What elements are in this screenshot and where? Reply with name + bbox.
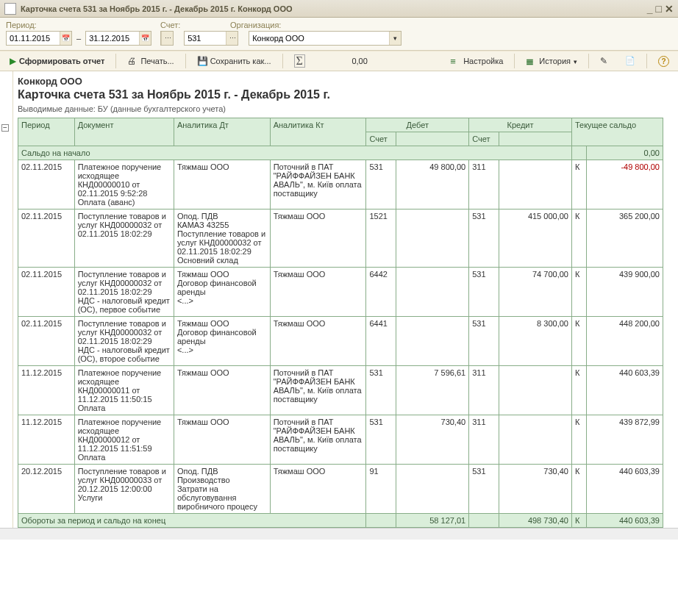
cell-balance: 448 200,00 [587,317,663,366]
dash: – [76,34,81,43]
cell-period: 20.12.2015 [18,465,75,514]
sum-button[interactable]: Σ [289,53,310,69]
col-document[interactable]: Документ [74,118,174,146]
cell-analytic-dt: Тяжмаш ООО Договор финансовой аренды <..… [174,268,270,317]
report-area: − Конкорд ООО Карточка счета 531 за Нояб… [0,71,678,528]
params-bar: Период: Счет: Организация: 📅 – 📅 [0,18,678,51]
org-input[interactable] [249,32,389,44]
col-period[interactable]: Период [18,118,75,146]
report-title: Карточка счета 531 за Ноябрь 2015 г. - Д… [18,88,678,101]
cell-credit-acct: 311 [469,160,499,209]
account-field[interactable] [184,31,238,46]
period-label: Период: [6,21,160,29]
date-to-field[interactable]: 📅 [85,31,151,46]
col-debit-acct[interactable]: Счет [366,132,396,146]
tool-button[interactable] [595,53,615,69]
col-debit[interactable]: Дебет [366,118,469,132]
cell-balance-flag: К [571,415,586,465]
cell-debit-acct: 6441 [366,317,396,366]
cell-analytic-dt: Тяжмаш ООО [174,415,270,465]
cell-balance-flag: К [571,268,586,317]
cell-balance-flag: К [571,209,586,268]
cell-document: Платежное поручение исходящее КНД0000001… [74,415,174,465]
help-button[interactable] [653,53,674,69]
calendar-icon[interactable]: 📅 [139,32,151,45]
minimize-button[interactable]: _ [647,4,653,14]
cell-analytic-dt: Опод. ПДВ Производство Затрати на обслуг… [174,465,270,514]
date-from-input[interactable] [7,32,60,44]
cell-debit-acct: 91 [366,465,396,514]
table-row[interactable]: 02.11.2015Платежное поручение исходящее … [18,160,663,209]
col-balance[interactable]: Текущее сальдо [571,118,663,146]
calendar-icon[interactable]: 📅 [60,32,71,45]
ellipsis-icon[interactable] [226,32,238,45]
cell-document: Поступление товаров и услуг КНД00000033 … [74,465,174,514]
cell-balance: 440 603,39 [587,366,663,415]
totals-balance: 440 603,39 [587,514,663,528]
col-debit-amt[interactable] [396,132,468,146]
app-icon [4,3,16,15]
table-row[interactable]: 11.12.2015Платежное поручение исходящее … [18,415,663,465]
tool-button-2[interactable]: 📄 [620,53,640,69]
close-button[interactable]: ✕ [665,4,674,14]
cell-balance-flag: К [571,366,586,415]
maximize-button[interactable]: □ [656,4,662,14]
opening-balance-row[interactable]: Сальдо на начало 0,00 [18,146,663,160]
col-credit[interactable]: Кредит [469,118,572,132]
totals-flag: К [571,514,586,528]
save-as-button[interactable]: Сохранить как... [192,53,276,69]
col-akt[interactable]: Аналитика Кт [270,118,366,146]
window: Карточка счета 531 за Ноябрь 2015 г. - Д… [0,0,678,540]
table-row[interactable]: 02.11.2015Поступление товаров и услуг КН… [18,268,663,317]
cell-balance: 365 200,00 [587,209,663,268]
totals-row[interactable]: Обороты за период и сальдо на конец 58 1… [18,514,663,528]
cell-document: Поступление товаров и услуг КНД00000032 … [74,317,174,366]
separator [588,54,589,68]
cell-credit-amt: 415 000,00 [499,209,571,268]
form-report-button[interactable]: ▶ Сформировать отчет [4,53,110,69]
settings-label: Настройка [463,57,503,65]
titlebar: Карточка счета 531 за Ноябрь 2015 г. - Д… [0,0,678,18]
print-label: Печать... [140,57,174,65]
table-row[interactable]: 02.11.2015Поступление товаров и услуг КН… [18,317,663,366]
save-label: Сохранить как... [210,57,271,65]
form-report-label: Сформировать отчет [19,57,104,65]
table-row[interactable]: 20.12.2015Поступление товаров и услуг КН… [18,465,663,514]
period-picker-button[interactable] [160,31,174,46]
table-row[interactable]: 02.11.2015Поступление товаров и услуг КН… [18,209,663,268]
cell-analytic-kt: Поточний в ПАТ "РАЙФФАЙЗЕН БАНК АВАЛЬ", … [270,160,366,209]
table-header-row: Период Документ Аналитика Дт Аналитика К… [18,118,663,132]
chevron-down-icon[interactable] [389,32,401,45]
totals-debit: 58 127,01 [396,514,468,528]
cell-credit-amt [499,160,571,209]
settings-button[interactable]: Настройка [445,53,508,69]
org-field[interactable] [249,31,402,46]
cell-debit-amt: 49 800,00 [396,160,468,209]
cell-credit-amt: 730,40 [499,465,571,514]
col-credit-amt[interactable] [499,132,571,146]
history-label: История [539,57,571,65]
cell-debit-amt [396,465,468,514]
cell-debit-acct: 531 [366,366,396,415]
cell-balance-flag: К [571,317,586,366]
cell-period: 02.11.2015 [18,160,75,209]
cell-analytic-dt: Тяжмаш ООО [174,366,270,415]
history-button[interactable]: История [521,53,582,69]
table-row[interactable]: 11.12.2015Платежное поручение исходящее … [18,366,663,415]
horizontal-scrollbar[interactable] [0,528,678,540]
history-icon [526,56,536,66]
col-adt[interactable]: Аналитика Дт [174,118,270,146]
print-button[interactable]: Печать... [122,53,179,69]
separator [282,54,283,68]
account-input[interactable] [185,32,226,44]
date-from-field[interactable]: 📅 [6,31,72,46]
ellipsis-icon[interactable] [161,32,173,45]
date-to-input[interactable] [86,32,139,44]
col-credit-acct[interactable]: Счет [469,132,499,146]
cell-period: 11.12.2015 [18,366,75,415]
cell-debit-amt: 7 596,61 [396,366,468,415]
cell-debit-acct: 1521 [366,209,396,268]
collapse-toggle[interactable]: − [1,124,9,132]
separator [514,54,515,68]
cell-credit-acct: 311 [469,366,499,415]
